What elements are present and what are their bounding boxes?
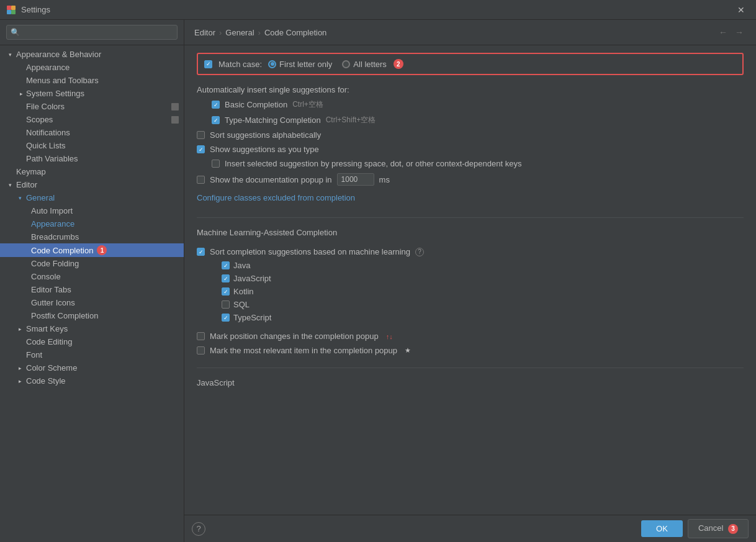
- ml-javascript-row: JavaScript: [197, 272, 744, 285]
- sidebar-item-menus-toolbars[interactable]: Menus and Toolbars: [0, 74, 184, 87]
- sidebar-item-console[interactable]: Console: [0, 270, 184, 283]
- show-doc-popup-row: Show the documentation popup in ms: [197, 171, 744, 188]
- match-case-checkbox[interactable]: [204, 60, 212, 68]
- sidebar-item-file-colors[interactable]: File Colors: [0, 100, 184, 113]
- svg-rect-0: [7, 6, 11, 10]
- svg-rect-3: [11, 10, 16, 14]
- sidebar-item-keymap[interactable]: Keymap: [0, 165, 184, 178]
- sidebar-item-path-variables[interactable]: Path Variables: [0, 152, 184, 165]
- sidebar-item-code-editing[interactable]: Code Editing: [0, 335, 184, 348]
- chevron-right-icon: ▸: [16, 364, 24, 372]
- ml-java-row: Java: [197, 259, 744, 272]
- ok-button[interactable]: OK: [641, 520, 683, 537]
- ml-sort-row: Sort completion suggestions based on mac…: [197, 245, 744, 259]
- match-case-label: Match case:: [218, 60, 262, 69]
- cancel-button[interactable]: Cancel 3: [688, 519, 749, 538]
- sidebar-item-appearance-behavior[interactable]: ▾ Appearance & Behavior: [0, 48, 184, 61]
- sidebar: 🔍 ▾ Appearance & Behavior Appearance Men…: [0, 20, 184, 542]
- sidebar-item-smart-keys[interactable]: ▸ Smart Keys: [0, 322, 184, 335]
- sidebar-item-appearance-editor[interactable]: Appearance: [0, 217, 184, 230]
- sidebar-item-appearance-1[interactable]: Appearance: [0, 61, 184, 74]
- sidebar-item-postfix-completion[interactable]: Postfix Completion: [0, 309, 184, 322]
- ml-javascript-checkbox[interactable]: [222, 274, 230, 282]
- show-as-you-type-row: Show suggestions as you type: [197, 142, 744, 156]
- sidebar-item-color-scheme[interactable]: ▸ Color Scheme: [0, 361, 184, 374]
- search-input[interactable]: [6, 25, 178, 40]
- sidebar-item-quick-lists[interactable]: Quick Lists: [0, 139, 184, 152]
- star-icon: ★: [405, 346, 411, 355]
- show-doc-popup-checkbox[interactable]: [197, 176, 205, 184]
- badge-1: 1: [97, 245, 107, 255]
- show-as-you-type-checkbox[interactable]: [197, 145, 205, 153]
- close-button[interactable]: ✕: [732, 2, 750, 17]
- chevron-down-icon: ▾: [6, 181, 14, 189]
- bottom-bar: ? OK Cancel 3: [184, 515, 756, 542]
- ml-sort-checkbox[interactable]: [197, 248, 205, 256]
- ml-typescript-checkbox[interactable]: [222, 314, 230, 322]
- sidebar-item-editor[interactable]: ▾ Editor: [0, 178, 184, 191]
- sort-alphabetically-checkbox[interactable]: [197, 131, 205, 139]
- title-bar: Settings ✕: [0, 0, 756, 20]
- ml-typescript-row: TypeScript: [197, 311, 744, 324]
- doc-popup-delay-input[interactable]: [337, 173, 374, 186]
- breadcrumb-sep-2: ›: [258, 28, 261, 37]
- sidebar-item-code-folding[interactable]: Code Folding: [0, 257, 184, 270]
- ml-kotlin-checkbox[interactable]: [222, 287, 230, 296]
- radio-first-letter-indicator: [268, 60, 276, 68]
- type-matching-shortcut: Ctrl+Shift+空格: [326, 115, 376, 125]
- main-container: 🔍 ▾ Appearance & Behavior Appearance Men…: [0, 20, 756, 542]
- sidebar-item-font[interactable]: Font: [0, 348, 184, 361]
- match-case-row: Match case: First letter only All letter…: [197, 53, 744, 75]
- breadcrumb-editor: Editor: [194, 28, 215, 37]
- radio-all-letters[interactable]: All letters 2: [342, 59, 403, 69]
- chevron-down-icon: ▾: [16, 194, 24, 202]
- basic-completion-row: Basic Completion Ctrl+空格: [197, 97, 744, 112]
- app-icon: [6, 5, 16, 15]
- help-icon[interactable]: ?: [415, 248, 424, 256]
- chevron-right-icon: ▸: [16, 377, 24, 385]
- chevron-right-icon: ▸: [16, 325, 24, 333]
- nav-back-button[interactable]: ←: [716, 26, 730, 38]
- sidebar-item-code-completion[interactable]: Code Completion 1: [0, 243, 184, 257]
- breadcrumb-bar: Editor › General › Code Completion ← →: [184, 20, 756, 45]
- breadcrumb-general: General: [225, 28, 254, 37]
- chevron-down-icon: ▾: [6, 51, 14, 58]
- mark-relevant-row: Mark the most relevant item in the compl…: [197, 343, 744, 358]
- ml-sql-checkbox[interactable]: [222, 300, 230, 309]
- configure-exclusions-link[interactable]: Configure classes excluded from completi…: [197, 193, 355, 202]
- basic-completion-checkbox[interactable]: [212, 101, 220, 109]
- sidebar-item-breadcrumbs[interactable]: Breadcrumbs: [0, 230, 184, 243]
- ml-java-checkbox[interactable]: [222, 261, 230, 269]
- badge-3: 3: [728, 524, 738, 534]
- type-matching-checkbox[interactable]: [212, 116, 220, 124]
- mark-position-row: Mark position changes in the completion …: [197, 329, 744, 343]
- breadcrumb-code-completion: Code Completion: [264, 28, 326, 37]
- sidebar-item-gutter-icons[interactable]: Gutter Icons: [0, 296, 184, 309]
- insert-by-space-checkbox[interactable]: [212, 160, 220, 168]
- sidebar-item-system-settings[interactable]: ▸ System Settings: [0, 87, 184, 100]
- badge-2: 2: [394, 59, 403, 69]
- sidebar-item-scopes[interactable]: Scopes: [0, 113, 184, 126]
- breadcrumb-sep-1: ›: [219, 28, 222, 37]
- sidebar-item-code-style[interactable]: ▸ Code Style: [0, 374, 184, 387]
- sidebar-item-editor-tabs[interactable]: Editor Tabs: [0, 283, 184, 296]
- radio-all-letters-indicator: [342, 60, 350, 68]
- nav-forward-button[interactable]: →: [732, 26, 746, 38]
- mark-relevant-checkbox[interactable]: [197, 346, 205, 355]
- ml-kotlin-row: Kotlin: [197, 285, 744, 298]
- type-matching-row: Type-Matching Completion Ctrl+Shift+空格: [197, 112, 744, 128]
- window-title: Settings: [21, 5, 50, 14]
- sidebar-item-notifications[interactable]: Notifications: [0, 126, 184, 139]
- nav-arrows: ← →: [716, 26, 746, 38]
- help-button[interactable]: ?: [192, 522, 205, 536]
- page-icon: [171, 116, 179, 124]
- divider-2: [197, 368, 744, 368]
- sidebar-item-general[interactable]: ▾ General: [0, 191, 184, 204]
- content-area: Editor › General › Code Completion ← → M…: [184, 20, 756, 542]
- mark-position-checkbox[interactable]: [197, 332, 205, 340]
- basic-completion-shortcut: Ctrl+空格: [292, 99, 323, 110]
- auto-insert-header: Automatically insert single suggestions …: [197, 83, 744, 97]
- sidebar-item-auto-import[interactable]: Auto Import: [0, 204, 184, 217]
- javascript-section-header: JavaScript: [197, 378, 744, 387]
- radio-first-letter[interactable]: First letter only: [268, 60, 332, 69]
